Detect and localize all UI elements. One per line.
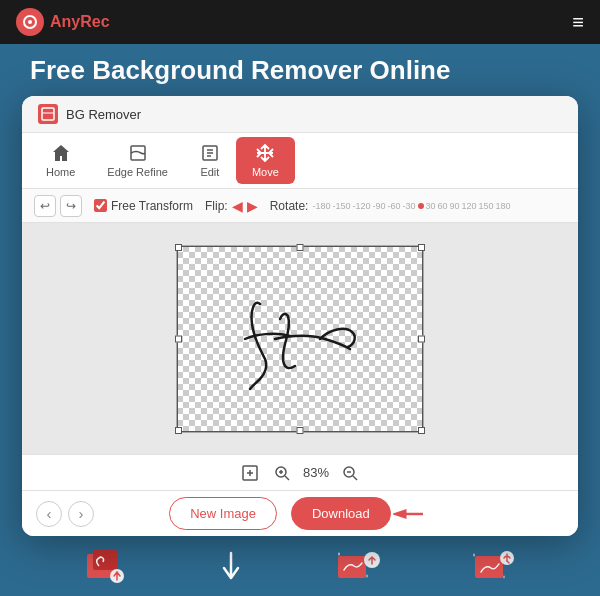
page-title-area: Free Background Remover Online [0, 44, 600, 96]
bottom-icon-4 [471, 548, 515, 584]
image-container [176, 245, 424, 433]
logo-text: AnyRec [50, 13, 110, 31]
zoom-bar: 83% [22, 454, 578, 490]
zoom-fit-button[interactable] [239, 462, 261, 484]
svg-line-11 [285, 476, 289, 480]
bottom-icons-row [0, 536, 600, 596]
rotate-ruler[interactable]: -180 -150 -120 -90 -60 -30 30 60 90 120 … [312, 201, 510, 211]
flip-horizontal-button[interactable]: ◀ [232, 198, 243, 214]
free-transform-input[interactable] [94, 199, 107, 212]
bottom-icon-1 [85, 548, 125, 584]
options-bar: ↩ ↪ Free Transform Flip: ◀ ▶ Rotate: -18… [22, 189, 578, 223]
free-transform-checkbox[interactable]: Free Transform [94, 199, 193, 213]
canvas-area[interactable] [22, 223, 578, 454]
flip-section: Flip: ◀ ▶ [205, 198, 258, 214]
flip-vertical-button[interactable]: ▶ [247, 198, 258, 214]
action-buttons: New Image Download [169, 497, 431, 530]
logo-icon [16, 8, 44, 36]
signature-image [177, 246, 423, 432]
next-button[interactable]: › [68, 501, 94, 527]
logo: AnyRec [16, 8, 110, 36]
download-button[interactable]: Download [291, 497, 391, 530]
redo-button[interactable]: ↪ [60, 195, 82, 217]
zoom-out-button[interactable] [339, 462, 361, 484]
prev-button[interactable]: ‹ [36, 501, 62, 527]
page-title: Free Background Remover Online [30, 55, 450, 86]
top-navbar: AnyRec ≡ [0, 0, 600, 44]
download-arrow-indicator [393, 503, 431, 525]
svg-rect-2 [42, 108, 54, 120]
svg-point-1 [28, 20, 32, 24]
tab-move[interactable]: Move [236, 137, 295, 184]
modal-header: BG Remover [22, 96, 578, 133]
modal-title: BG Remover [66, 107, 141, 122]
bottom-icon-3 [336, 548, 380, 584]
rotate-section: Rotate: -180 -150 -120 -90 -60 -30 30 60… [270, 199, 566, 213]
bg-remover-modal: BG Remover Home Edge Refine [22, 96, 578, 536]
zoom-level: 83% [303, 465, 329, 480]
tab-home[interactable]: Home [30, 137, 91, 184]
tab-edge-refine[interactable]: Edge Refine [91, 137, 184, 184]
hamburger-icon[interactable]: ≡ [572, 11, 584, 34]
modal-header-icon [38, 104, 58, 124]
toolbar: Home Edge Refine Edit Move [22, 133, 578, 189]
zoom-in-button[interactable] [271, 462, 293, 484]
tab-edit[interactable]: Edit [184, 137, 236, 184]
bottom-icon-1-graphic [85, 548, 125, 584]
bottom-icon-2-graphic [216, 548, 246, 584]
bottom-icon-3-graphic [336, 548, 380, 584]
undo-redo-group: ↩ ↪ [34, 195, 82, 217]
bottom-icon-2 [216, 548, 246, 584]
svg-line-15 [353, 476, 357, 480]
new-image-button[interactable]: New Image [169, 497, 277, 530]
svg-rect-22 [338, 556, 366, 578]
undo-button[interactable]: ↩ [34, 195, 56, 217]
bottom-icon-4-graphic [471, 548, 515, 584]
action-bar: ‹ › New Image Download [22, 490, 578, 536]
